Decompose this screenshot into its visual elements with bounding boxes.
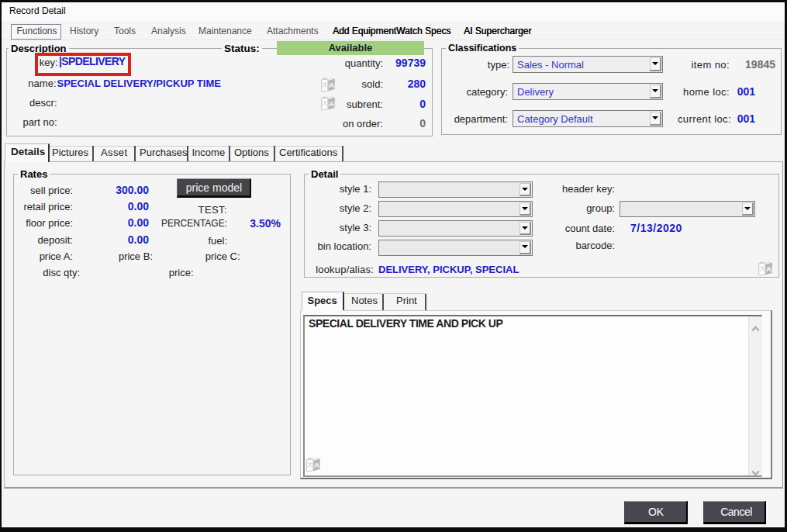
svg-text:A: A <box>329 99 334 108</box>
svg-text:ス: ス <box>321 81 328 88</box>
svg-text:A: A <box>314 461 319 469</box>
svg-text:A: A <box>766 264 771 273</box>
svg-text:ス: ス <box>758 264 765 272</box>
svg-text:ス: ス <box>306 461 313 468</box>
svg-text:A: A <box>329 81 334 89</box>
svg-text:ス: ス <box>321 99 328 107</box>
